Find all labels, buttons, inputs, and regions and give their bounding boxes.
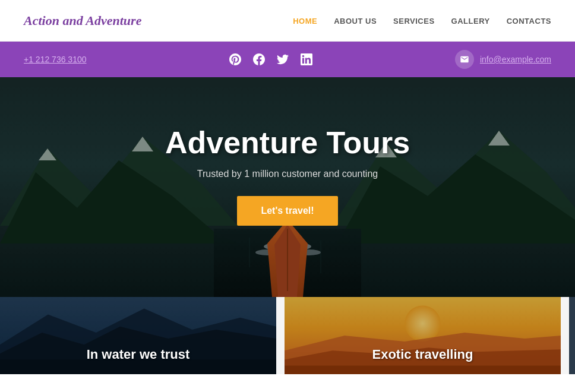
nav-link-home[interactable]: HOME xyxy=(293,17,317,26)
twitter-icon[interactable] xyxy=(277,53,289,65)
top-nav: Action and Adventure HOME ABOUT US SERVI… xyxy=(0,0,575,42)
nav-item-about[interactable]: ABOUT US xyxy=(334,15,377,26)
card-divider-2 xyxy=(561,297,569,374)
email-section: info@example.com xyxy=(455,50,551,69)
nav-list: HOME ABOUT US SERVICES GALLERY CONTACTS xyxy=(293,15,551,26)
email-icon xyxy=(455,50,474,69)
email-link[interactable]: info@example.com xyxy=(480,55,551,64)
card-water[interactable]: In water we trust xyxy=(0,297,276,374)
nav-link-contacts[interactable]: CONTACTS xyxy=(507,17,551,26)
hero-subtitle: Trusted by 1 million customer and counti… xyxy=(165,169,410,179)
nav-item-contacts[interactable]: CONTACTS xyxy=(507,15,551,26)
logo: Action and Adventure xyxy=(24,13,141,29)
main-nav: HOME ABOUT US SERVICES GALLERY CONTACTS xyxy=(293,15,551,26)
cards-row: In water we trust xyxy=(0,297,575,374)
card-water-label: In water we trust xyxy=(0,347,276,362)
nav-item-services[interactable]: SERVICES xyxy=(393,15,435,26)
hero-title: Adventure Tours xyxy=(165,125,410,160)
facebook-icon[interactable] xyxy=(253,53,265,65)
hero-content: Adventure Tours Trusted by 1 million cus… xyxy=(165,125,410,249)
card-third[interactable] xyxy=(569,297,575,374)
cta-button[interactable]: Let's travel! xyxy=(237,196,337,226)
card-desert[interactable]: Exotic travelling xyxy=(285,297,561,374)
nav-link-gallery[interactable]: GALLERY xyxy=(451,17,490,26)
contact-bar: +1 212 736 3100 xyxy=(0,42,575,77)
nav-link-about[interactable]: ABOUT US xyxy=(334,17,377,26)
nav-item-home[interactable]: HOME xyxy=(293,15,317,26)
phone-link[interactable]: +1 212 736 3100 xyxy=(24,55,87,64)
nav-item-gallery[interactable]: GALLERY xyxy=(451,15,490,26)
social-icons xyxy=(229,53,312,65)
card-desert-label: Exotic travelling xyxy=(285,347,561,362)
card-divider xyxy=(276,297,285,374)
hero-section: Adventure Tours Trusted by 1 million cus… xyxy=(0,77,575,297)
pinterest-icon[interactable] xyxy=(229,53,241,65)
card-water-overlay xyxy=(0,297,276,374)
card-desert-overlay xyxy=(285,297,561,374)
nav-link-services[interactable]: SERVICES xyxy=(393,17,435,26)
linkedin-icon[interactable] xyxy=(301,53,312,65)
